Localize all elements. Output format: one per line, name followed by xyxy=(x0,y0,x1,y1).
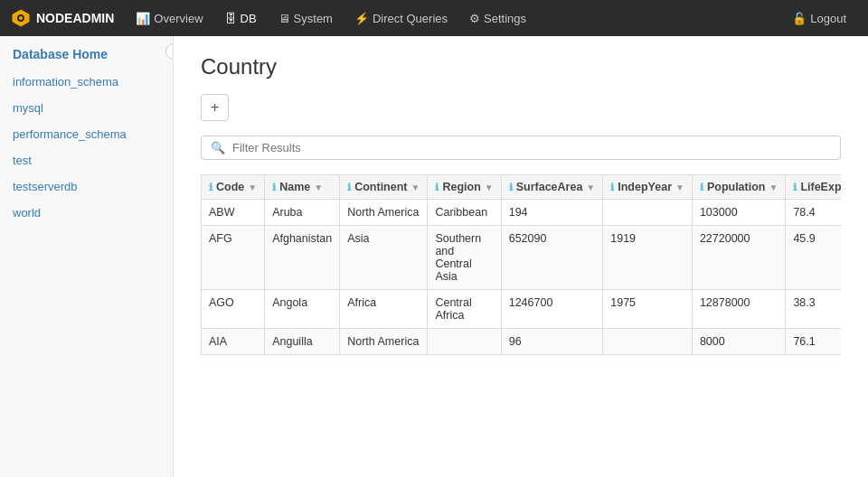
info-icon-surface-area[interactable]: ℹ xyxy=(509,182,513,193)
cell-region: Southern and Central Asia xyxy=(428,226,501,290)
sidebar: ‹ Database Home information_schema mysql… xyxy=(0,36,174,477)
sort-icon-name[interactable]: ▼ xyxy=(314,182,323,192)
cell-indep_year xyxy=(603,329,693,355)
logout-icon: 🔓 xyxy=(792,12,807,25)
cell-region: Central Africa xyxy=(428,290,501,329)
table-head: ℹ Code ▼ ℹ Name ▼ xyxy=(202,175,842,200)
layout: ‹ Database Home information_schema mysql… xyxy=(0,36,868,477)
cell-life_expectancy: 38.3 xyxy=(786,290,841,329)
th-continent: ℹ Continent ▼ xyxy=(340,175,428,200)
info-icon-name[interactable]: ℹ xyxy=(272,182,276,193)
th-code: ℹ Code ▼ xyxy=(202,175,265,200)
cell-continent: Africa xyxy=(340,290,428,329)
sort-icon-continent[interactable]: ▼ xyxy=(411,182,420,192)
navbar-right: 🔓 Logout xyxy=(781,7,857,30)
data-table: ℹ Code ▼ ℹ Name ▼ xyxy=(201,174,841,355)
sidebar-header[interactable]: Database Home xyxy=(0,36,173,69)
cell-name: Angola xyxy=(265,290,340,329)
cell-region: Caribbean xyxy=(428,200,501,226)
cell-life_expectancy: 78.4 xyxy=(786,200,841,226)
cell-indep_year xyxy=(603,200,693,226)
cell-code: AFG xyxy=(202,226,265,290)
sort-icon-indep-year[interactable]: ▼ xyxy=(675,182,684,192)
cell-surface_area: 194 xyxy=(501,200,603,226)
cell-surface_area: 652090 xyxy=(501,226,603,290)
table-row[interactable]: AFGAfghanistanAsiaSouthern and Central A… xyxy=(202,226,842,290)
svg-point-2 xyxy=(19,16,23,20)
cell-indep_year: 1975 xyxy=(603,290,693,329)
table-row[interactable]: AGOAngolaAfricaCentral Africa12467001975… xyxy=(202,290,842,329)
table-body: ABWArubaNorth AmericaCaribbean1941030007… xyxy=(202,200,842,355)
cell-continent: Asia xyxy=(340,226,428,290)
sidebar-item-performance_schema[interactable]: performance_schema xyxy=(0,121,173,147)
cell-surface_area: 1246700 xyxy=(501,290,603,329)
info-icon-life-expectancy[interactable]: ℹ xyxy=(793,182,797,193)
th-indep-year: ℹ IndepYear ▼ xyxy=(603,175,693,200)
cell-name: Afghanistan xyxy=(265,226,340,290)
sort-icon-population[interactable]: ▼ xyxy=(769,182,778,192)
cell-code: ABW xyxy=(202,200,265,226)
nav-item-db[interactable]: 🗄 DB xyxy=(216,6,266,31)
bolt-icon: ⚡ xyxy=(354,12,369,25)
nav-item-overview[interactable]: 📊 Overview xyxy=(127,6,212,31)
top-navbar: NODEADMIN 📊 Overview 🗄 DB 🖥 System ⚡ Dir… xyxy=(0,0,868,36)
info-icon-continent[interactable]: ℹ xyxy=(347,182,351,193)
cell-population: 12878000 xyxy=(692,290,785,329)
sort-icon-code[interactable]: ▼ xyxy=(248,182,257,192)
cell-code: AIA xyxy=(202,329,265,355)
cell-name: Aruba xyxy=(265,200,340,226)
brand-label: NODEADMIN xyxy=(36,11,114,25)
page-title: Country xyxy=(201,54,841,80)
cell-name: Anguilla xyxy=(265,329,340,355)
info-icon-code[interactable]: ℹ xyxy=(209,182,212,193)
sidebar-item-testserverdb[interactable]: testserverdb xyxy=(0,173,173,200)
cell-population: 103000 xyxy=(692,200,785,226)
info-icon-region[interactable]: ℹ xyxy=(435,182,439,193)
db-icon: 🗄 xyxy=(225,12,237,25)
gear-icon: ⚙ xyxy=(469,12,480,25)
sort-icon-surface-area[interactable]: ▼ xyxy=(586,182,595,192)
cell-surface_area: 96 xyxy=(501,329,603,355)
add-button[interactable]: + xyxy=(201,94,229,121)
cell-region xyxy=(428,329,501,355)
th-name: ℹ Name ▼ xyxy=(265,175,340,200)
table-row[interactable]: ABWArubaNorth AmericaCaribbean1941030007… xyxy=(202,200,842,226)
nav-item-settings[interactable]: ⚙ Settings xyxy=(460,6,535,31)
th-region: ℹ Region ▼ xyxy=(428,175,501,200)
table-wrapper: ℹ Code ▼ ℹ Name ▼ xyxy=(201,174,841,355)
info-icon-population[interactable]: ℹ xyxy=(700,182,703,193)
cell-population: 8000 xyxy=(692,329,785,355)
nav-item-direct-queries[interactable]: ⚡ Direct Queries xyxy=(345,6,457,31)
th-population: ℹ Population ▼ xyxy=(692,175,785,200)
nav-item-system[interactable]: 🖥 System xyxy=(269,6,342,31)
filter-input[interactable] xyxy=(232,141,831,154)
sidebar-item-world[interactable]: world xyxy=(0,200,173,226)
brand[interactable]: NODEADMIN xyxy=(11,8,114,28)
sort-icon-region[interactable]: ▼ xyxy=(485,182,494,192)
cell-population: 22720000 xyxy=(692,226,785,290)
sidebar-item-information_schema[interactable]: information_schema xyxy=(0,69,173,95)
sidebar-item-mysql[interactable]: mysql xyxy=(0,95,173,121)
table-row[interactable]: AIAAnguillaNorth America96800076.163Angu… xyxy=(202,329,842,355)
header-row: ℹ Code ▼ ℹ Name ▼ xyxy=(202,175,842,200)
chart-icon: 📊 xyxy=(136,12,150,25)
th-surface-area: ℹ SurfaceArea ▼ xyxy=(501,175,603,200)
cell-life_expectancy: 76.1 xyxy=(786,329,841,355)
logout-button[interactable]: 🔓 Logout xyxy=(781,7,857,30)
search-icon: 🔍 xyxy=(211,141,225,154)
brand-icon xyxy=(11,8,31,28)
main-content: Country + 🔍 ℹ Code ▼ xyxy=(174,36,868,477)
cell-continent: North America xyxy=(340,200,428,226)
th-life-expectancy: ℹ LifeExpectancy ▼ xyxy=(786,175,841,200)
info-icon-indep-year[interactable]: ℹ xyxy=(610,182,614,193)
cell-indep_year: 1919 xyxy=(603,226,693,290)
cell-life_expectancy: 45.9 xyxy=(786,226,841,290)
filter-bar: 🔍 xyxy=(201,136,841,160)
server-icon: 🖥 xyxy=(278,12,290,25)
cell-continent: North America xyxy=(340,329,428,355)
sidebar-item-test[interactable]: test xyxy=(0,147,173,173)
cell-code: AGO xyxy=(202,290,265,329)
